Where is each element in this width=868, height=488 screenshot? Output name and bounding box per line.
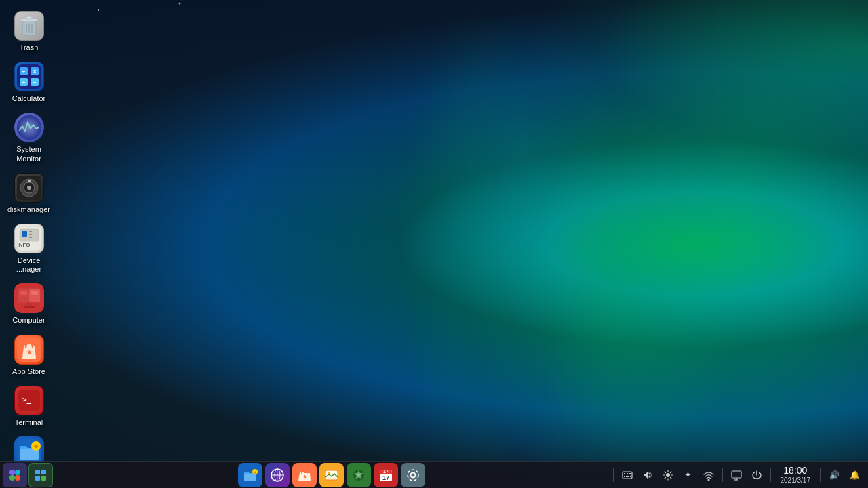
svg-point-40 bbox=[28, 180, 31, 182]
svg-rect-70 bbox=[35, 470, 40, 474]
svg-rect-72 bbox=[35, 476, 40, 481]
appstore-label: App Store bbox=[12, 367, 45, 376]
trash-label: Trash bbox=[20, 43, 39, 52]
tray-display[interactable] bbox=[727, 463, 746, 487]
svg-point-66 bbox=[9, 470, 15, 475]
tray-divider-4 bbox=[820, 468, 821, 482]
tray-divider-1 bbox=[613, 468, 614, 482]
menu-button[interactable] bbox=[3, 463, 27, 487]
tray-sound[interactable]: 🔊 bbox=[825, 463, 844, 487]
svg-point-39 bbox=[27, 186, 31, 190]
svg-point-110 bbox=[707, 479, 709, 481]
svg-rect-73 bbox=[41, 476, 46, 481]
devicemanager-icon: INFO bbox=[14, 224, 44, 253]
dock-browser[interactable] bbox=[265, 463, 290, 487]
desktop-icon-calculator[interactable]: ÷ × + − Calculator bbox=[3, 58, 54, 107]
dock-filemanager[interactable]: ★ bbox=[238, 463, 262, 487]
dock-gallery[interactable] bbox=[319, 463, 344, 487]
svg-text:÷: ÷ bbox=[22, 68, 25, 75]
svg-rect-97 bbox=[629, 473, 631, 474]
dock-calendar[interactable]: 17 17 bbox=[374, 463, 398, 487]
system-monitor-icon bbox=[14, 113, 44, 142]
svg-text:×: × bbox=[33, 68, 36, 75]
desktop-icon-system-monitor[interactable]: System Monitor bbox=[3, 108, 54, 167]
svg-rect-98 bbox=[624, 476, 625, 477]
tray-volume[interactable] bbox=[638, 463, 657, 487]
svg-rect-71 bbox=[41, 470, 46, 474]
svg-rect-99 bbox=[626, 476, 629, 477]
taskbar: ★ ★ bbox=[0, 461, 868, 488]
svg-rect-44 bbox=[29, 231, 32, 232]
svg-rect-22 bbox=[26, 16, 32, 20]
svg-rect-43 bbox=[22, 231, 27, 237]
taskbar-dock: ★ ★ bbox=[233, 463, 431, 487]
svg-text:−: − bbox=[33, 79, 36, 85]
clock-date: 2021/3/17 bbox=[781, 476, 811, 485]
dock-appstore[interactable]: ★ bbox=[292, 463, 317, 487]
computer-label: Computer bbox=[12, 316, 45, 325]
diskmanager-label: diskmanager bbox=[7, 205, 50, 214]
clock-time: 18:00 bbox=[783, 465, 807, 476]
svg-rect-45 bbox=[29, 234, 32, 235]
desktop-icon-appstore[interactable]: ★ App Store bbox=[3, 331, 54, 380]
svg-point-69 bbox=[15, 475, 20, 481]
svg-point-0 bbox=[98, 9, 99, 11]
svg-rect-54 bbox=[20, 291, 27, 295]
svg-text:>_: >_ bbox=[22, 395, 32, 404]
tray-keyboard[interactable] bbox=[618, 463, 637, 487]
computer-icon bbox=[14, 283, 44, 313]
svg-text:INFO: INFO bbox=[17, 242, 30, 248]
system-monitor-label: System Monitor bbox=[6, 145, 52, 163]
svg-text:+: + bbox=[22, 79, 25, 85]
desktop-icon-computer[interactable]: Computer bbox=[3, 279, 54, 329]
desktop: Trash ÷ × + − Calculator bbox=[0, 0, 868, 488]
svg-line-109 bbox=[665, 477, 666, 479]
svg-point-1 bbox=[179, 3, 181, 5]
svg-point-101 bbox=[666, 473, 670, 477]
svg-rect-95 bbox=[624, 473, 625, 474]
clock[interactable]: 18:00 2021/3/17 bbox=[775, 465, 816, 485]
tray-divider-2 bbox=[722, 468, 723, 482]
svg-rect-52 bbox=[26, 303, 32, 306]
svg-rect-55 bbox=[31, 291, 38, 295]
terminal-icon: >_ bbox=[14, 386, 44, 415]
svg-line-108 bbox=[670, 472, 671, 473]
desktop-icon-terminal[interactable]: >_ Terminal bbox=[3, 382, 54, 431]
desktop-icon-trash[interactable]: Trash bbox=[3, 7, 54, 56]
dock-settings[interactable] bbox=[401, 463, 425, 487]
svg-line-106 bbox=[665, 472, 666, 473]
svg-line-107 bbox=[670, 477, 671, 479]
svg-point-67 bbox=[15, 470, 20, 475]
desktop-icon-column: Trash ÷ × + − Calculator bbox=[0, 0, 58, 488]
svg-text:★: ★ bbox=[33, 443, 39, 449]
diskmanager-icon bbox=[14, 173, 44, 203]
devicemanager-label: Device ...nager bbox=[6, 256, 52, 274]
tray-bluetooth[interactable]: ✦ bbox=[679, 463, 698, 487]
tray-divider-3 bbox=[770, 468, 771, 482]
svg-rect-94 bbox=[623, 472, 632, 479]
terminal-label: Terminal bbox=[15, 418, 43, 427]
active-app-indicator[interactable] bbox=[28, 463, 53, 487]
svg-rect-53 bbox=[24, 306, 35, 308]
desktop-icon-diskmanager[interactable]: diskmanager bbox=[3, 169, 54, 218]
calculator-icon: ÷ × + − bbox=[14, 62, 44, 92]
tray-network[interactable] bbox=[699, 463, 718, 487]
svg-rect-100 bbox=[630, 476, 631, 477]
svg-text:17: 17 bbox=[382, 474, 389, 481]
tray-notifications[interactable]: 🔔 bbox=[845, 463, 864, 487]
svg-text:17: 17 bbox=[383, 469, 389, 474]
dock-music[interactable] bbox=[347, 463, 371, 487]
tray-brightness[interactable] bbox=[658, 463, 677, 487]
desktop-icon-devicemanager[interactable]: INFO Device ...nager bbox=[3, 220, 54, 278]
tray-power[interactable] bbox=[747, 463, 766, 487]
svg-point-93 bbox=[408, 470, 418, 481]
taskbar-right: ✦ bbox=[610, 463, 869, 487]
svg-rect-111 bbox=[732, 471, 741, 478]
svg-point-92 bbox=[410, 472, 415, 477]
svg-point-68 bbox=[9, 475, 15, 481]
svg-rect-46 bbox=[29, 237, 32, 238]
trash-icon bbox=[14, 11, 44, 41]
appstore-icon: ★ bbox=[14, 335, 44, 365]
calculator-label: Calculator bbox=[12, 94, 46, 103]
svg-text:★: ★ bbox=[25, 348, 33, 357]
